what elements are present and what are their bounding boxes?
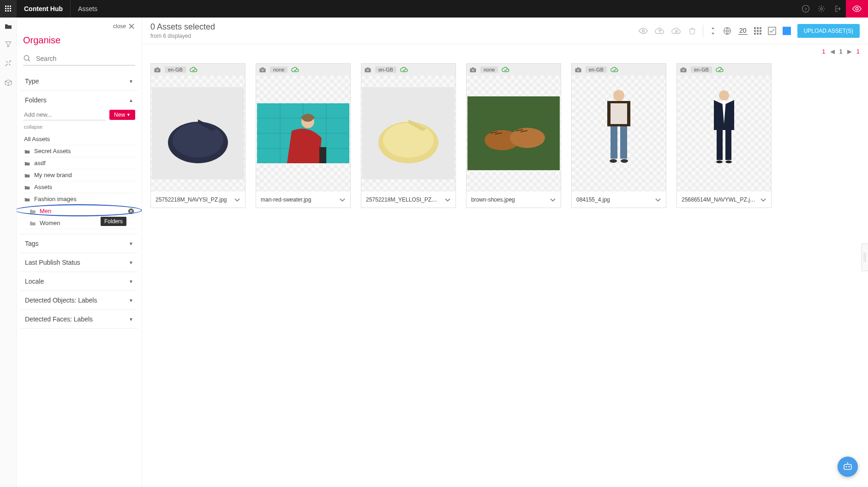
card-thumbnail [256,76,350,191]
filter-type[interactable]: Type ▼ [20,72,138,90]
upload-cloud-button[interactable] [655,26,665,36]
chat-fab[interactable] [838,457,858,477]
page-last[interactable]: 1 [856,48,860,55]
left-rail [0,18,17,487]
logout-button[interactable] [833,5,841,13]
folder-item[interactable]: Men [23,205,135,217]
folder-item[interactable]: My new brand [23,169,135,181]
filter-last-publish[interactable]: Last Publish Status ▼ [20,253,138,272]
pagination: 1 ◀ 1 ▶ 1 [142,44,868,59]
asset-card[interactable]: en-GB25752218M_NAVYSI_PZ.jpg [150,63,245,208]
svg-rect-53 [366,67,369,69]
locale-button[interactable] [723,26,732,36]
rail-package-button[interactable] [4,78,12,87]
camera-icon [575,67,582,73]
camera-icon [154,67,161,73]
folder-all-assets[interactable]: All Assets [23,133,135,145]
grid-view-button[interactable] [754,27,761,35]
card-menu-button[interactable] [234,197,240,202]
card-menu-button[interactable] [339,197,346,202]
svg-rect-24 [757,27,759,29]
settings-button[interactable] [817,5,826,13]
globe-icon [723,26,732,36]
svg-rect-3 [5,8,6,9]
filter-locale[interactable]: Locale ▼ [20,272,138,291]
folder-label: My new brand [34,172,72,178]
cloud-check-icon [502,66,510,73]
delete-button[interactable] [688,26,696,36]
card-footer: 25752218M_NAVYSI_PZ.jpg [151,191,245,208]
tooltip-folders: Folders [101,217,126,226]
asset-card[interactable]: noneman-red-sweater.jpg [256,63,351,208]
camera-icon [680,67,687,73]
new-folder-button[interactable]: New▼ [109,110,135,120]
folder-item[interactable]: Fashion images [23,193,135,205]
rail-tools-button[interactable] [4,59,12,67]
card-filename: 25752218M_YELLOSI_PZ_1... [366,196,440,203]
folder-item[interactable]: Assets [23,181,135,193]
card-menu-button[interactable] [655,197,661,202]
filter-detected-objects[interactable]: Detected Objects: Labels ▼ [20,291,138,309]
svg-point-67 [613,90,624,101]
svg-point-83 [846,466,847,468]
page-next[interactable]: ▶ [847,48,852,55]
upload-button[interactable]: UPLOAD ASSET(S) [797,24,860,38]
page-first[interactable]: 1 [822,48,825,55]
cloud-upload-icon [655,26,665,36]
card-thumbnail [677,76,771,191]
cloud-remove-icon [671,26,682,36]
card-header: en-GB [151,64,245,76]
svg-point-85 [847,462,848,463]
svg-point-78 [716,160,723,163]
chevron-down-icon: ▼ [129,241,133,246]
close-sidebar-button[interactable] [129,24,134,29]
asset-card[interactable]: en-GB25752218M_YELLOSI_PZ_1... [361,63,456,208]
rail-folder-button[interactable] [4,23,12,30]
svg-rect-8 [10,10,11,12]
asset-card[interactable]: en-GB25686514M_NAVYWL_PZ.jpg [676,63,772,208]
page-size[interactable]: 20 [738,27,748,35]
svg-rect-27 [757,30,759,32]
filter-detected-faces[interactable]: Detected Faces: Labels ▼ [20,310,138,328]
right-panel-toggle[interactable] [862,244,868,271]
app-launcher-button[interactable] [0,0,17,18]
sidebar: close Organise Type ▼ Folders ▲ New▼ [17,18,142,487]
asset-card[interactable]: nonebrown-shoes.jpeg [466,63,561,208]
filter-tags[interactable]: Tags ▼ [20,234,138,253]
svg-point-34 [156,69,158,71]
preview-toggle-button[interactable] [846,0,868,18]
remove-cloud-button[interactable] [671,26,682,36]
sort-button[interactable] [710,26,716,36]
chatbot-icon [842,461,853,472]
rail-filter-button[interactable] [4,41,12,48]
select-checkbox[interactable] [768,27,776,35]
svg-point-40 [261,69,263,71]
filter-folders[interactable]: Folders ▲ [20,91,138,109]
eye-icon [638,26,648,36]
box-icon [4,78,12,87]
card-filename: man-red-sweater.jpg [261,196,311,203]
svg-rect-25 [760,27,761,29]
filter-label: Folders [25,96,47,104]
card-menu-button[interactable] [550,197,556,202]
folder-item[interactable]: Secret Assets [23,145,135,157]
search-input[interactable] [34,53,135,64]
new-folder-input[interactable] [23,109,106,120]
folder-delete-button[interactable] [128,208,134,214]
selection-indicator[interactable] [783,27,791,35]
filter-label: Locale [25,278,44,285]
card-footer: 084155_4.jpg [572,191,666,208]
svg-rect-1 [7,6,9,7]
cloud-check-icon [716,66,724,73]
folder-item[interactable]: asdf [23,157,135,169]
help-button[interactable]: ? [802,5,810,13]
card-menu-button[interactable] [760,197,766,202]
collapse-folders-link[interactable]: collapse [23,123,135,133]
asset-card[interactable]: en-GB084155_4.jpg [571,63,666,208]
page-prev[interactable]: ◀ [830,48,835,55]
card-header: none [467,64,561,76]
cloud-check-icon [611,66,619,73]
card-thumbnail [151,76,245,191]
preview-button[interactable] [638,26,648,36]
card-menu-button[interactable] [444,197,451,202]
